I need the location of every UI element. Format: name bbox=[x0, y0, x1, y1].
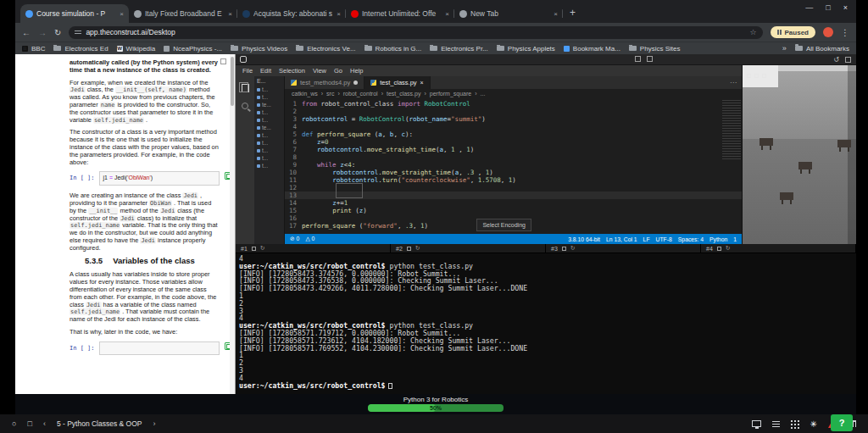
site-info-icon[interactable] bbox=[75, 29, 81, 36]
search-icon[interactable] bbox=[242, 103, 248, 109]
code-line[interactable]: 10 robotcontrol.move_straight_time(a, .3… bbox=[285, 169, 742, 176]
split-icon[interactable] bbox=[635, 56, 641, 62]
help-button[interactable]: ? bbox=[831, 414, 853, 431]
breadcrumb-item[interactable]: src bbox=[326, 91, 334, 97]
refresh-icon[interactable]: ↻ bbox=[726, 245, 731, 252]
editor-tab[interactable]: test_methods4.py bbox=[285, 76, 364, 89]
refresh-icon[interactable]: ↻ bbox=[570, 245, 576, 252]
expand-icon[interactable] bbox=[562, 247, 566, 251]
code-line[interactable]: 4 bbox=[285, 123, 742, 130]
bookmark-item[interactable]: Electronics Ve... bbox=[296, 45, 355, 53]
maximize-button[interactable]: □ bbox=[826, 3, 830, 12]
browser-tab[interactable]: New Tab× bbox=[454, 4, 563, 23]
tab-close-icon[interactable]: × bbox=[420, 80, 424, 86]
browser-menu-icon[interactable]: ⋮ bbox=[841, 28, 849, 37]
code-line[interactable]: 14 z+=1 bbox=[285, 199, 742, 207]
profile-avatar[interactable] bbox=[823, 27, 833, 37]
forward-button[interactable]: → bbox=[38, 28, 47, 37]
back-button[interactable]: ← bbox=[22, 28, 31, 37]
bookmark-item[interactable]: BBBC bbox=[22, 45, 45, 53]
bookmark-item[interactable]: Bookmark Ma... bbox=[564, 45, 620, 53]
status-item[interactable]: Python bbox=[709, 236, 727, 242]
menu-item-go[interactable]: Go bbox=[334, 67, 342, 75]
menu-item-file[interactable]: File bbox=[242, 67, 253, 75]
editor-actions-icon[interactable]: ⋯ bbox=[725, 79, 742, 86]
tab-close-icon[interactable]: × bbox=[337, 10, 341, 18]
browser-tab[interactable]: Italy Fixed Broadband E× bbox=[129, 4, 237, 23]
cell-input[interactable] bbox=[99, 341, 220, 355]
expand-icon[interactable] bbox=[845, 57, 851, 63]
tab-close-icon[interactable]: × bbox=[120, 10, 124, 18]
code-line[interactable]: 5def perform_square (a, b, c): bbox=[285, 130, 742, 138]
tab-close-icon[interactable]: × bbox=[228, 10, 232, 18]
terminal-pane-header[interactable]: #1↻ bbox=[236, 244, 391, 253]
refresh-icon[interactable]: ↺ bbox=[833, 56, 839, 64]
status-item[interactable]: UTF-8 bbox=[656, 236, 672, 242]
explorer-file[interactable]: t... bbox=[254, 116, 284, 124]
explorer-file[interactable]: t... bbox=[254, 139, 284, 147]
status-item[interactable]: 3.8.10 64-bit bbox=[568, 236, 600, 242]
address-bar[interactable]: app.theconstruct.ai/Desktop ☆ bbox=[69, 26, 762, 39]
explorer-file[interactable]: t... bbox=[254, 93, 284, 101]
bookmark-item[interactable]: Electronics Ed bbox=[53, 45, 108, 53]
status-item[interactable]: LF bbox=[643, 236, 650, 242]
list-icon[interactable] bbox=[772, 421, 780, 427]
scrollbar-thumb[interactable] bbox=[231, 57, 234, 106]
code-line[interactable]: 8 bbox=[285, 153, 742, 161]
bookmark-item[interactable]: Physics Sites bbox=[629, 45, 681, 53]
openai-icon[interactable]: ✳ bbox=[810, 419, 817, 429]
explorer-file[interactable]: t... bbox=[254, 131, 284, 139]
terminal-pane-header[interactable]: #3↻ bbox=[546, 244, 701, 253]
code-line[interactable]: 3robotcontrol = RobotControl(robot_name=… bbox=[285, 115, 742, 123]
record-icon[interactable]: ○ bbox=[12, 419, 16, 428]
paused-badge[interactable]: Paused bbox=[771, 26, 815, 38]
display-icon[interactable] bbox=[752, 420, 761, 427]
tab-close-icon[interactable]: × bbox=[445, 10, 449, 18]
status-problems[interactable]: △ 0 bbox=[305, 236, 314, 242]
code-line[interactable]: 6 z=0 bbox=[285, 138, 742, 146]
prev-lesson-button[interactable]: ‹ bbox=[43, 419, 46, 428]
status-item[interactable]: Spaces: 4 bbox=[678, 236, 704, 242]
expand-icon[interactable] bbox=[717, 247, 721, 251]
expand-icon[interactable] bbox=[647, 56, 653, 62]
menu-item-edit[interactable]: Edit bbox=[260, 67, 271, 75]
bookmark-item[interactable]: Physics Applets bbox=[497, 45, 555, 53]
cell-input[interactable]: j1 = Jedi('ObiWan') bbox=[99, 171, 220, 186]
expand-icon[interactable] bbox=[407, 247, 411, 251]
code-area[interactable]: 1from robot_control_class import RobotCo… bbox=[285, 98, 742, 234]
bookmark-item[interactable]: Electronics Pr... bbox=[430, 45, 488, 53]
all-bookmarks-button[interactable]: All Bookmarks bbox=[795, 45, 849, 53]
gazebo-toolbar[interactable] bbox=[747, 74, 766, 78]
breadcrumb-item[interactable]: ... bbox=[481, 91, 486, 97]
minimize-button[interactable]: — bbox=[805, 3, 813, 12]
new-tab-button[interactable]: + bbox=[570, 7, 576, 19]
browser-tab[interactable]: Acquista Sky: abbonati s× bbox=[237, 4, 346, 23]
reload-button[interactable]: ↻ bbox=[54, 28, 61, 37]
bookmark-item[interactable]: Physics Videos bbox=[231, 45, 287, 53]
minimap[interactable] bbox=[722, 100, 741, 161]
code-line[interactable]: 15 print (z) bbox=[285, 207, 742, 214]
menu-item-view[interactable]: View bbox=[313, 67, 326, 75]
grid-icon[interactable] bbox=[791, 420, 793, 422]
notebook-expand-icon[interactable] bbox=[220, 58, 226, 64]
editor-tab[interactable]: test_class.py× bbox=[364, 76, 430, 89]
bookmark-item[interactable]: WWikipedia bbox=[117, 45, 156, 53]
stop-icon[interactable]: □ bbox=[27, 419, 31, 428]
breadcrumb-item[interactable]: catkin_ws bbox=[292, 91, 318, 97]
code-line[interactable]: 2 bbox=[285, 108, 742, 115]
close-button[interactable]: × bbox=[843, 3, 848, 12]
breadcrumb-item[interactable]: test_class.py bbox=[387, 91, 420, 97]
gazebo-viewport[interactable] bbox=[742, 65, 856, 244]
bookmark-star-icon[interactable]: ☆ bbox=[749, 28, 756, 36]
bookmark-item[interactable]: Robotics in G... bbox=[364, 45, 422, 53]
code-line[interactable]: 9 while z<4: bbox=[285, 161, 742, 169]
next-lesson-button[interactable]: › bbox=[153, 419, 156, 428]
explorer-file[interactable]: t... bbox=[254, 108, 284, 116]
code-line[interactable]: 7 robotcontrol.move_straight_time(a, 1 ,… bbox=[285, 146, 742, 153]
bookmarks-overflow-icon[interactable]: » bbox=[782, 44, 787, 53]
explorer-file[interactable]: t... bbox=[254, 86, 284, 93]
explorer-file[interactable]: t... bbox=[254, 154, 284, 162]
explorer-file[interactable]: te... bbox=[254, 124, 284, 131]
tab-close-icon[interactable]: × bbox=[554, 10, 558, 18]
refresh-icon[interactable]: ↻ bbox=[415, 245, 420, 252]
